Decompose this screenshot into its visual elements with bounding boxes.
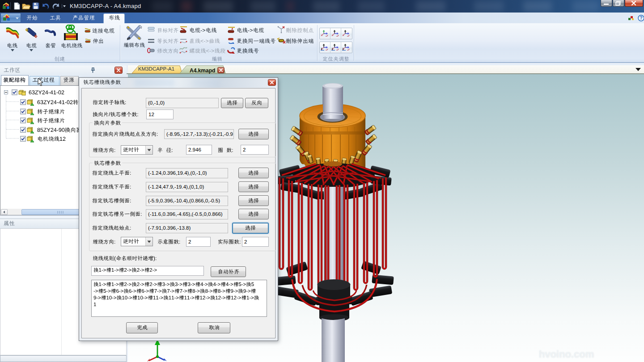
svg-text:?: ?	[640, 16, 642, 21]
